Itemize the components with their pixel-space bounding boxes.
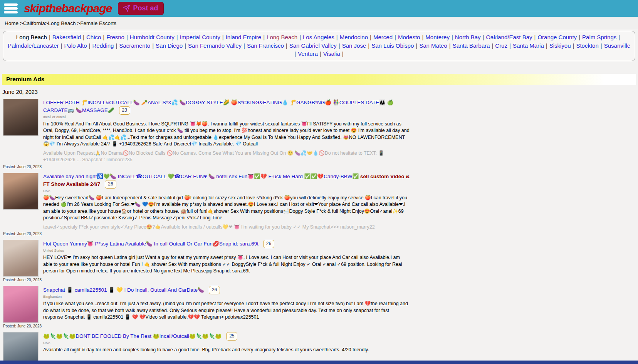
city-link-santa-barbara[interactable]: Santa Barbara	[453, 42, 490, 49]
city-link-san-fernando-valley[interactable]: San Fernando Valley	[188, 42, 242, 49]
city-link-north-bay[interactable]: North Bay	[455, 34, 481, 40]
age-badge: 26	[105, 180, 116, 189]
separator: |	[447, 42, 453, 49]
separator: |	[318, 50, 323, 57]
ad-listing: Available day and night♿💚🍆 INCALL☎OUTCAL…	[0, 172, 638, 239]
post-ad-button[interactable]: Post ad	[118, 2, 164, 15]
ad-title-link[interactable]: Hot Queen Yummy👅 P*ssy Latina Available🍆…	[43, 241, 259, 247]
city-link-palm-springs[interactable]: Palm Springs	[582, 34, 616, 40]
separator: |	[220, 34, 226, 40]
ad-thumbnail[interactable]	[3, 240, 39, 277]
separator: |	[577, 34, 582, 40]
city-link-ventura[interactable]: Ventura	[298, 50, 318, 57]
separator: |	[366, 42, 371, 49]
city-link-merced[interactable]: Merced	[373, 34, 393, 40]
city-link-visalia[interactable]: Visalia	[323, 50, 340, 57]
city-link-palmdale-lancaster[interactable]: Palmdale/Lancaster	[8, 42, 59, 49]
city-link-humboldt-county[interactable]: Humboldt County	[130, 34, 175, 40]
city-link-san-gabriel-valley[interactable]: San Gabriel Valley	[289, 42, 337, 49]
ad-description: HEY LOVE❤ I'm sexy hot queen Latina girl…	[43, 254, 410, 275]
post-ad-label: Post ad	[133, 4, 158, 12]
separator: |	[490, 42, 495, 49]
separator: |	[114, 42, 119, 49]
separator: |	[47, 34, 52, 40]
ad-title-line: Hot Queen Yummy👅 P*ssy Latina Available🍆…	[43, 240, 410, 248]
city-link-monterey[interactable]: Monterey	[425, 34, 450, 40]
city-link-mendocino[interactable]: Mendocino	[340, 34, 368, 40]
separator: |	[87, 42, 92, 49]
breadcrumb[interactable]: Home >California>Long Beach >Female Esco…	[0, 17, 638, 29]
ad-listing: Hot Queen Yummy👅 P*ssy Latina Available🍆…	[0, 239, 638, 284]
city-link-cruz[interactable]: Cruz	[495, 42, 507, 49]
ad-listing: I OFFER BOTH 🦵INCALL&OUTCALL🍆 🥕ANAL S*X💦…	[0, 98, 638, 171]
city-navigation: Long Beach|Bakersfield|Chico|Fresno|Humb…	[3, 31, 635, 61]
city-link-sacramento[interactable]: Sacramento	[119, 42, 150, 49]
ad-description-line: HEY LOVE❤ I'm sexy hot queen Latina girl…	[43, 254, 410, 275]
ad-title-link[interactable]: I OFFER BOTH 🦵INCALL&OUTCALL🍆 🥕ANAL S*X💦…	[43, 100, 393, 113]
city-link-san-francisco[interactable]: San Francisco	[247, 42, 284, 49]
ad-listing: Snapchat 📱 camila225501 📱 💛 I Do Incall,…	[0, 285, 638, 331]
ad-content: Available day and night♿💚🍆 INCALL☎OUTCAL…	[43, 173, 410, 231]
premium-ads-header: Premium Ads	[2, 74, 636, 85]
site-logo[interactable]: skipthebackpage	[24, 2, 112, 15]
city-link-inland-empire[interactable]: Inland Empire	[226, 34, 262, 40]
city-link-long-beach: Long Beach	[16, 34, 47, 40]
city-link-san-diego[interactable]: San Diego	[156, 42, 183, 49]
ad-title-link[interactable]: 🐸🦎🐸🦎🐸DONT BE FOOLED By The Rest 🐸Incall/…	[43, 333, 222, 339]
city-link-siskiyou[interactable]: Siskiyou	[549, 42, 571, 49]
separator: |	[81, 34, 86, 40]
city-link-long-beach[interactable]: Long Beach	[267, 34, 297, 40]
city-link-san-jose[interactable]: San Jose	[342, 42, 366, 49]
city-link-stockton[interactable]: Stockton	[576, 42, 598, 49]
separator: |	[334, 34, 340, 40]
ad-description-line: 🍑🍆Hey sweetheart🍆 🍑I am Indenpendent & s…	[43, 195, 410, 222]
ad-location: USA	[43, 341, 369, 345]
age-badge: 26	[209, 286, 220, 294]
city-link-santa-maria[interactable]: Santa Maria	[513, 42, 544, 49]
ad-title-link[interactable]: Snapchat 📱 camila225501 📱 💛 I Do Incall,…	[43, 287, 204, 293]
city-link-san-mateo[interactable]: San Mateo	[419, 42, 447, 49]
ad-description: Available all night & day for men and co…	[43, 347, 369, 354]
hamburger-menu-icon[interactable]	[3, 3, 18, 14]
separator: |	[340, 50, 346, 57]
ad-description: 🍑🍆Hey sweetheart🍆 🍑I am Indenpendent & s…	[43, 195, 410, 231]
city-link-imperial-county[interactable]: Imperial County	[180, 34, 220, 40]
separator: |	[261, 34, 267, 40]
city-link-redding[interactable]: Redding	[92, 42, 114, 49]
city-link-bakersfield[interactable]: Bakersfield	[52, 34, 81, 40]
separator: |	[284, 42, 289, 49]
city-link-palo-alto[interactable]: Palo Alto	[64, 42, 87, 49]
separator: |	[183, 42, 188, 49]
ad-thumbnail[interactable]	[3, 173, 39, 210]
ad-title-link[interactable]: Available day and night♿💚🍆 INCALL☎OUTCAL…	[43, 174, 359, 179]
premium-ads-title: Premium Ads	[6, 76, 44, 83]
separator: |	[175, 34, 180, 40]
city-link-san-luis-obispo[interactable]: San Luis Obispo	[371, 42, 414, 49]
separator: |	[450, 34, 455, 40]
separator: |	[242, 42, 247, 49]
separator: |	[532, 34, 537, 40]
ad-description-line: Available all night & day for men and co…	[43, 347, 369, 354]
city-link-orange-county[interactable]: Orange County	[537, 34, 577, 40]
city-link-chico[interactable]: Chico	[86, 34, 101, 40]
ad-thumbnail[interactable]	[3, 99, 39, 136]
city-link-oakland-east-bay[interactable]: Oakland/East Bay	[486, 34, 532, 40]
separator: |	[150, 42, 156, 49]
separator: |	[292, 50, 298, 57]
city-link-fresno[interactable]: Fresno	[106, 34, 124, 40]
ad-location: Binghamton	[43, 295, 410, 299]
separator: |	[571, 42, 576, 49]
separator: |	[101, 34, 106, 40]
ad-content: Hot Queen Yummy👅 P*ssy Latina Available🍆…	[43, 240, 410, 277]
ad-thumbnail[interactable]	[3, 332, 39, 364]
city-link-susanville[interactable]: Susanville	[604, 42, 630, 49]
ad-content: I OFFER BOTH 🦵INCALL&OUTCALL🍆 🥕ANAL S*X💦…	[43, 99, 410, 164]
ad-row: Snapchat 📱 camila225501 📱 💛 I Do Incall,…	[0, 285, 638, 323]
ad-title-line: 🐸🦎🐸🦎🐸DONT BE FOOLED By The Rest 🐸Incall/…	[43, 332, 369, 341]
ad-location: United States	[43, 249, 410, 253]
city-link-modesto[interactable]: Modesto	[398, 34, 420, 40]
ad-row: Hot Queen Yummy👅 P*ssy Latina Available🍆…	[0, 239, 638, 277]
ad-thumbnail[interactable]	[3, 286, 39, 323]
separator: |	[337, 42, 342, 49]
city-link-los-angeles[interactable]: Los Angeles	[303, 34, 334, 40]
